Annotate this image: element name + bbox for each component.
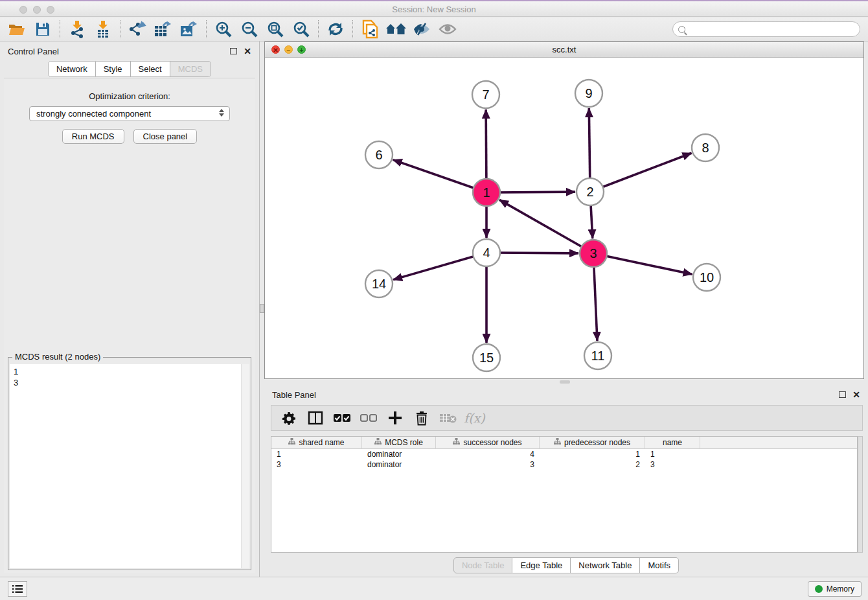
- zoom-in-icon[interactable]: [211, 19, 236, 40]
- node-label-8: 8: [702, 141, 709, 155]
- node-table: shared nameMCDS rolesuccessor nodesprede…: [271, 436, 858, 553]
- table-header-row: shared nameMCDS rolesuccessor nodesprede…: [271, 437, 857, 449]
- tab-node-table[interactable]: Node Table: [453, 557, 513, 573]
- control-panel-title: Control Panel: [8, 47, 230, 56]
- column-view-icon[interactable]: [303, 408, 327, 428]
- deselect-all-icon[interactable]: [356, 408, 380, 428]
- task-history-button[interactable]: [8, 581, 27, 597]
- column-header-shared-name[interactable]: shared name: [271, 437, 362, 448]
- delete-table-icon: [436, 408, 460, 428]
- show-eye-icon[interactable]: [435, 19, 461, 40]
- export-image-icon[interactable]: [176, 19, 202, 40]
- export-table-icon[interactable]: [150, 19, 176, 40]
- select-all-icon[interactable]: [330, 408, 354, 428]
- splitter-grip[interactable]: [260, 304, 264, 313]
- table-scrollbar[interactable]: [858, 436, 863, 553]
- zoom-out-icon[interactable]: [236, 19, 262, 40]
- tree-icon: [554, 438, 561, 447]
- import-network-icon[interactable]: [64, 19, 90, 40]
- zoom-selected-icon[interactable]: [288, 19, 314, 40]
- tree-icon: [453, 438, 460, 447]
- node-label-14: 14: [372, 277, 386, 291]
- tab-select[interactable]: Select: [131, 61, 170, 77]
- add-icon[interactable]: [383, 408, 407, 428]
- mcds-panel: Optimization criterion: strongly connect…: [4, 78, 255, 573]
- mcds-result-text[interactable]: 1 3: [10, 364, 249, 568]
- search-input[interactable]: [672, 21, 860, 37]
- network-window-titlebar[interactable]: ✕ − + scc.txt: [265, 42, 863, 58]
- cell-0-4[interactable]: 1: [645, 449, 700, 459]
- run-mcds-button[interactable]: Run MCDS: [62, 129, 124, 144]
- optimization-select[interactable]: strongly connected component: [29, 106, 230, 121]
- edge-3-1[interactable]: [499, 200, 593, 253]
- column-header-name[interactable]: name: [645, 437, 700, 448]
- clone-network-icon[interactable]: [357, 19, 383, 40]
- network-window-title: scc.txt: [265, 45, 863, 54]
- hide-eye-icon[interactable]: [409, 19, 435, 40]
- cell-1-1[interactable]: dominator: [362, 459, 436, 470]
- column-label: predecessor nodes: [564, 438, 630, 447]
- edge-3-10[interactable]: [593, 253, 692, 274]
- import-table-icon[interactable]: [90, 19, 116, 40]
- column-header-predecessor-nodes[interactable]: predecessor nodes: [540, 437, 645, 448]
- window-titlebar: Session: New Session: [0, 0, 868, 17]
- tab-style[interactable]: Style: [96, 61, 131, 77]
- frame-resize-handle[interactable]: [560, 380, 570, 384]
- tab-network-table[interactable]: Network Table: [571, 557, 640, 573]
- column-header-successor-nodes[interactable]: successor nodes: [436, 437, 540, 448]
- panel-splitter[interactable]: [259, 41, 264, 577]
- column-label: MCDS role: [385, 438, 423, 447]
- refresh-icon[interactable]: [323, 19, 348, 40]
- column-header-MCDS-role[interactable]: MCDS role: [362, 437, 436, 448]
- column-label: shared name: [299, 438, 344, 447]
- gear-icon[interactable]: [277, 408, 301, 428]
- memory-button[interactable]: Memory: [808, 581, 862, 597]
- memory-label: Memory: [827, 584, 854, 594]
- control-panel-tabs: Network Style Select MCDS: [0, 61, 259, 77]
- search-field[interactable]: [689, 25, 851, 34]
- column-label: successor nodes: [463, 438, 521, 447]
- cell-1-2[interactable]: 3: [436, 459, 540, 470]
- cell-1-0[interactable]: 3: [271, 459, 362, 470]
- edge-1-6[interactable]: [393, 160, 486, 192]
- node-label-1: 1: [483, 185, 490, 200]
- home-icon[interactable]: [383, 19, 409, 40]
- edge-4-14[interactable]: [393, 253, 486, 280]
- node-label-9: 9: [585, 86, 592, 100]
- optimization-label: Optimization criterion:: [4, 91, 255, 101]
- network-window: ✕ − + scc.txt 1234678910111415: [264, 41, 864, 379]
- float-panel-icon[interactable]: [230, 48, 237, 54]
- cell-0-2[interactable]: 4: [436, 449, 540, 459]
- cell-0-3[interactable]: 1: [540, 449, 645, 459]
- table-panel: Table Panel ✕ f(x) shared nameMCDS roles: [264, 386, 868, 577]
- table-close-icon[interactable]: ✕: [852, 391, 860, 398]
- memory-status-icon: [815, 585, 823, 593]
- result-scrollbar[interactable]: [241, 364, 249, 568]
- table-row[interactable]: 3dominator323: [271, 459, 857, 470]
- node-label-3: 3: [589, 246, 597, 260]
- table-panel-title: Table Panel: [272, 390, 839, 400]
- close-panel-button[interactable]: Close panel: [133, 129, 198, 144]
- cell-1-3[interactable]: 2: [540, 459, 645, 470]
- save-icon[interactable]: [30, 19, 56, 40]
- table-tabs: Node Table Edge Table Network Table Moti…: [264, 557, 868, 573]
- table-row[interactable]: 1dominator411: [271, 449, 857, 459]
- tab-motifs[interactable]: Motifs: [640, 557, 679, 573]
- edge-2-8[interactable]: [590, 153, 692, 192]
- table-float-icon[interactable]: [839, 391, 846, 398]
- cell-0-1[interactable]: dominator: [362, 449, 436, 459]
- tab-network[interactable]: Network: [48, 61, 96, 77]
- network-canvas[interactable]: 1234678910111415: [265, 58, 863, 378]
- tab-edge-table[interactable]: Edge Table: [512, 557, 571, 573]
- close-panel-icon[interactable]: ✕: [244, 48, 251, 54]
- cell-1-4[interactable]: 3: [645, 459, 700, 470]
- zoom-fit-icon[interactable]: [262, 19, 288, 40]
- tab-mcds[interactable]: MCDS: [170, 61, 211, 77]
- table-body: 1dominator4113dominator323: [271, 449, 857, 470]
- open-folder-icon[interactable]: [4, 19, 30, 40]
- mcds-result-box: MCDS result (2 nodes) 1 3: [8, 357, 251, 570]
- select-stepper-icon: [219, 109, 224, 117]
- cell-0-0[interactable]: 1: [271, 449, 362, 459]
- trash-icon[interactable]: [409, 408, 433, 428]
- export-network-icon[interactable]: [124, 19, 150, 40]
